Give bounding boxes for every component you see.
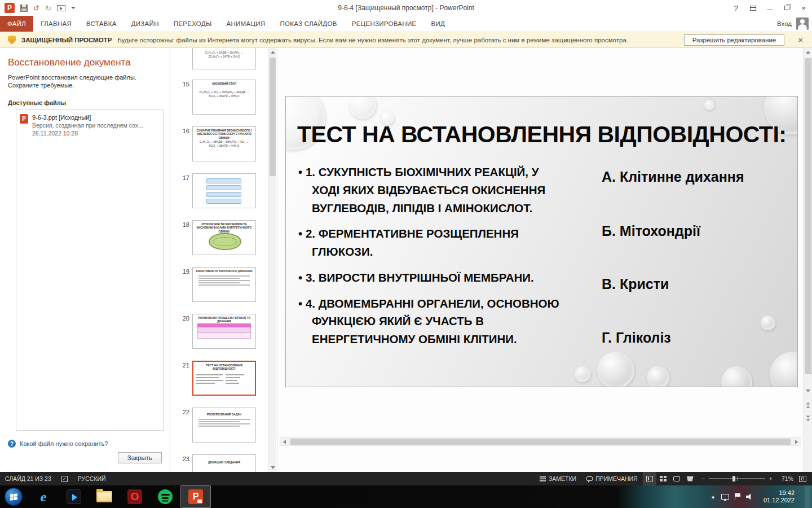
scroll-right-arrow-icon[interactable] bbox=[792, 438, 801, 445]
show-desktop-button[interactable] bbox=[805, 485, 810, 508]
start-button[interactable] bbox=[5, 488, 23, 506]
thumbnail-slide-18[interactable]: 18 ЗВ'ЯЗОК МІЖ БЕЗКИСНЕВИМ ТА КИСНЕВИМ Ф… bbox=[170, 220, 270, 256]
taskbar-spotify[interactable] bbox=[150, 485, 180, 508]
notes-toggle[interactable]: ЗАМЕТКИ bbox=[535, 472, 581, 485]
thumbnail-slide-22[interactable]: 22 РОЗВ'ЯЗУВАННЯ ЗАДАЧ bbox=[170, 408, 270, 444]
tab-transitions[interactable]: ПЕРЕХОДЫ bbox=[166, 16, 219, 32]
recovered-file-name: 9-6-3.ppt [Исходный] bbox=[32, 114, 143, 121]
scroll-up-arrow-icon[interactable] bbox=[804, 48, 812, 56]
title-bar: P ↺ ↻ 9-6-4 [Защищенный просмотр] - Powe… bbox=[0, 0, 812, 16]
window-title: 9-6-4 [Защищенный просмотр] - PowerPoint bbox=[0, 4, 812, 12]
scrollbar-thumb[interactable] bbox=[290, 439, 791, 445]
reading-view-button[interactable] bbox=[670, 472, 683, 485]
normal-view-button[interactable] bbox=[643, 472, 656, 485]
save-icon[interactable] bbox=[20, 5, 28, 12]
thumbnail-title: ЕФЕКТИВНІСТЬ КЛІТИННОГО ДИХАННЯ bbox=[193, 268, 255, 273]
zoom-slider[interactable] bbox=[709, 478, 765, 479]
scroll-down-arrow-icon[interactable] bbox=[268, 463, 277, 472]
vertical-scrollbar[interactable] bbox=[803, 48, 812, 472]
taskbar-clock[interactable]: 19:42 01.12.2022 bbox=[759, 489, 799, 504]
slide-answers-column[interactable]: А. Клітинне дихання Б. Мітохондрії В. Кр… bbox=[602, 97, 793, 387]
recovery-help-link[interactable]: Какой файл нужно сохранить? bbox=[20, 440, 108, 447]
help-button[interactable]: ? bbox=[727, 0, 744, 16]
thumbnail-formula: C₆H₁₂O₆ + 2АДФ + 2Н₃РО₄ → bbox=[193, 48, 255, 55]
scrollbar-thumb[interactable] bbox=[270, 58, 276, 176]
zoom-control: − + bbox=[697, 475, 777, 482]
thumbnail-slide-20[interactable]: 20 ПОРІВНЯННЯ ПРОЦЕСІВ ГОРІННЯ ТА ДИХАНН… bbox=[170, 314, 270, 350]
thumbnail-title: ДОМАШНЄ ЗАВДАННЯ bbox=[193, 455, 255, 465]
powerpoint-app-icon[interactable]: P bbox=[5, 3, 15, 13]
language-indicator[interactable]: РУССКИЙ bbox=[73, 472, 111, 485]
thumbnail-slide-17[interactable]: 17 bbox=[170, 173, 270, 209]
tab-insert[interactable]: ВСТАВКА bbox=[79, 16, 124, 32]
taskbar-file-explorer[interactable] bbox=[89, 485, 120, 508]
tray-expand-icon[interactable]: ▲ bbox=[710, 494, 716, 500]
zoom-out-button[interactable]: − bbox=[701, 475, 705, 482]
zoom-in-button[interactable]: + bbox=[769, 475, 773, 482]
scroll-up-arrow-icon[interactable] bbox=[268, 48, 277, 56]
tab-file[interactable]: ФАЙЛ bbox=[0, 16, 33, 32]
thumbnail-slide-15[interactable]: 15 КИСНЕВИЙ ЕТАП 2C₃H₆O₃ + 6O₂ + 36Н₃РО₄… bbox=[170, 80, 270, 116]
taskbar-opera[interactable]: O bbox=[120, 485, 150, 508]
slide-canvas[interactable]: ТЕСТ НА ВСТАНОВЛЕННЯ ВІДПОВІДНОСТІ: 1. С… bbox=[285, 96, 798, 387]
fit-slide-to-window-button[interactable] bbox=[799, 476, 806, 482]
slide-counter[interactable]: СЛАЙД 21 ИЗ 23 bbox=[0, 472, 56, 485]
thumbnail-title: СУМАРНЕ РІВНЯННЯ БЕЗКИСНЕВОГО І КИСНЕВОГ… bbox=[193, 127, 255, 140]
action-center-flag-icon[interactable] bbox=[735, 493, 740, 500]
recovered-file-item[interactable]: P 9-6-3.ppt [Исходный] Версия, созданная… bbox=[16, 110, 163, 141]
protected-view-label: ЗАЩИЩЕННЫЙ ПРОСМОТР bbox=[21, 37, 112, 43]
display-tray-icon[interactable] bbox=[721, 494, 729, 500]
tab-review[interactable]: РЕЦЕНЗИРОВАНИЕ bbox=[345, 16, 424, 32]
normal-view-icon bbox=[646, 476, 653, 481]
thumbnail-slide-19[interactable]: 19 ЕФЕКТИВНІСТЬ КЛІТИННОГО ДИХАННЯ bbox=[170, 267, 270, 303]
thumbnail-slide-23[interactable]: 23 ДОМАШНЄ ЗАВДАННЯ bbox=[170, 454, 270, 472]
start-slideshow-icon[interactable] bbox=[57, 5, 65, 11]
answer-item-g: Г. Гліколіз bbox=[602, 330, 671, 346]
window-controls: ? × bbox=[727, 0, 812, 16]
tab-view[interactable]: ВИД bbox=[424, 16, 453, 32]
ribbon-options-button[interactable] bbox=[744, 0, 761, 16]
thumbnail-slide-16[interactable]: 16 СУМАРНЕ РІВНЯННЯ БЕЗКИСНЕВОГО І КИСНЕ… bbox=[170, 126, 270, 163]
undo-icon[interactable]: ↺ bbox=[33, 5, 39, 12]
customize-qat-icon[interactable] bbox=[71, 7, 76, 9]
recovery-close-button[interactable]: Закрыть bbox=[118, 452, 162, 463]
comments-toggle[interactable]: ПРИМЕЧАНИЯ bbox=[581, 472, 643, 485]
taskbar-media-app[interactable] bbox=[59, 485, 89, 508]
enable-editing-button[interactable]: Разрешить редактирование bbox=[684, 34, 785, 46]
slideshow-view-button[interactable] bbox=[683, 472, 697, 485]
zoom-slider-handle[interactable] bbox=[732, 476, 735, 481]
spellcheck-indicator[interactable]: ✓ bbox=[56, 472, 73, 485]
scrollbar-thumb[interactable] bbox=[805, 58, 811, 374]
sign-in-link[interactable]: Вход bbox=[777, 20, 792, 27]
message-bar-close-icon[interactable]: × bbox=[793, 35, 807, 45]
recovery-help-row[interactable]: ? Какой файл нужно сохранить? bbox=[8, 440, 108, 448]
opera-icon: O bbox=[127, 489, 142, 504]
redo-icon[interactable]: ↻ bbox=[45, 5, 51, 12]
scroll-left-arrow-icon[interactable] bbox=[280, 438, 289, 445]
account-avatar-icon[interactable] bbox=[796, 17, 809, 30]
volume-icon[interactable] bbox=[746, 493, 753, 500]
zoom-percentage[interactable]: 71% bbox=[777, 475, 798, 482]
taskbar-internet-explorer[interactable]: e bbox=[28, 485, 59, 508]
thumbnail-slide-14[interactable]: C₆H₁₂O₆ + 2АДФ + 2Н₃РО₄ → 2C₃H₆O₃ + 2АТФ… bbox=[170, 48, 270, 71]
thumbnails-scrollbar[interactable] bbox=[268, 48, 276, 472]
close-button[interactable]: × bbox=[795, 0, 812, 16]
slide-sorter-view-button[interactable] bbox=[656, 472, 670, 485]
thumbnail-pane: C₆H₁₂O₆ + 2АДФ + 2Н₃РО₄ → 2C₃H₆O₃ + 2АТФ… bbox=[170, 48, 277, 472]
spotify-icon bbox=[158, 489, 173, 504]
slide-bullet-list[interactable]: 1. СУКУПНІСТЬ БІОХІМІЧНИХ РЕАКЦІЙ, У ХОД… bbox=[298, 163, 568, 356]
thumbnail-slide-21-selected[interactable]: 21 ТЕСТ НА ВСТАНОВЛЕННЯ ВІДПОВІДНОСТІ bbox=[170, 361, 270, 397]
tab-home[interactable]: ГЛАВНАЯ bbox=[33, 16, 79, 32]
restore-button[interactable] bbox=[778, 0, 795, 16]
horizontal-scrollbar[interactable] bbox=[280, 437, 801, 446]
minimize-button[interactable] bbox=[761, 0, 778, 16]
tab-animations[interactable]: АНИМАЦИЯ bbox=[219, 16, 272, 32]
tab-slideshow[interactable]: ПОКАЗ СЛАЙДОВ bbox=[272, 16, 344, 32]
tab-design[interactable]: ДИЗАЙН bbox=[124, 16, 166, 32]
comments-label: ПРИМЕЧАНИЯ bbox=[595, 475, 638, 482]
main-area: Восстановление документа PowerPoint восс… bbox=[0, 48, 812, 472]
previous-slide-button[interactable] bbox=[804, 399, 812, 410]
next-slide-button[interactable] bbox=[804, 413, 812, 424]
taskbar-powerpoint-active[interactable]: P bbox=[180, 485, 211, 508]
scroll-down-arrow-icon[interactable] bbox=[804, 387, 812, 395]
